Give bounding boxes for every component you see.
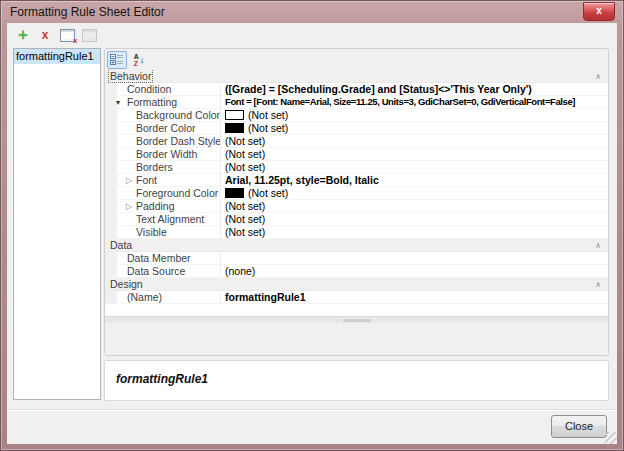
property-row-border-width[interactable]: Border Width (Not set) bbox=[105, 148, 608, 161]
collapsed-arrow-icon[interactable]: ▷ bbox=[126, 200, 132, 213]
property-row-padding[interactable]: ▷ Padding (Not set) bbox=[105, 200, 608, 213]
dialog-client-area: + x x formattingRule1 bbox=[7, 23, 617, 444]
property-value[interactable]: (Not set) bbox=[220, 161, 608, 173]
property-value[interactable] bbox=[220, 252, 608, 264]
category-label: Behavior bbox=[109, 70, 152, 82]
list-item-formattingrule1[interactable]: formattingRule1 bbox=[14, 49, 100, 64]
property-name: Formatting bbox=[105, 96, 220, 108]
property-row-visible[interactable]: Visible (Not set) bbox=[105, 226, 608, 239]
property-row-border-color[interactable]: Border Color (Not set) bbox=[105, 122, 608, 135]
rule-preview-text: formattingRule1 bbox=[116, 372, 208, 386]
property-value[interactable]: Font = [Font: Name=Arial, Size=11.25, Un… bbox=[220, 96, 608, 108]
property-name: Data Source bbox=[105, 265, 220, 277]
footer-divider bbox=[9, 409, 615, 411]
property-value[interactable]: (Not set) bbox=[220, 226, 608, 238]
property-value[interactable]: (Not set) bbox=[220, 135, 608, 147]
property-name: Visible bbox=[105, 226, 220, 238]
collapse-chevron-icon[interactable]: ∧ bbox=[595, 240, 601, 251]
property-name: Border Width bbox=[105, 148, 220, 160]
property-name: Border Color bbox=[105, 122, 220, 134]
category-row-data[interactable]: Data ∧ bbox=[105, 239, 608, 252]
property-row-data-member[interactable]: Data Member bbox=[105, 252, 608, 265]
property-value[interactable]: (Not set) bbox=[220, 109, 608, 121]
property-row-formatting[interactable]: ▾ Formatting Font = [Font: Name=Arial, S… bbox=[105, 96, 608, 109]
delete-badge-icon: x bbox=[73, 36, 77, 45]
property-row-text-alignment[interactable]: Text Alignment (Not set) bbox=[105, 213, 608, 226]
close-icon: x bbox=[596, 5, 602, 16]
property-value[interactable]: (none) bbox=[220, 265, 608, 277]
property-value-text: (Not set) bbox=[248, 109, 288, 121]
grid-empty-space bbox=[105, 304, 608, 316]
color-swatch-black bbox=[225, 123, 244, 133]
alphabetical-sort-button[interactable]: A Z ↓ bbox=[129, 51, 149, 69]
window-title: Formatting Rule Sheet Editor bbox=[10, 5, 165, 19]
property-name: Text Alignment bbox=[105, 213, 220, 225]
window-close-button[interactable]: x bbox=[583, 2, 615, 21]
az-sort-icon: A Z bbox=[134, 53, 139, 67]
description-pane bbox=[105, 323, 608, 355]
property-value[interactable]: Arial, 11.25pt, style=Bold, Italic bbox=[220, 174, 608, 186]
property-value[interactable]: ([Grade] = [Scheduling.Grade] and [Statu… bbox=[220, 83, 608, 95]
property-row-font[interactable]: ▷ Font Arial, 11.25pt, style=Bold, Itali… bbox=[105, 174, 608, 187]
property-name: Condition bbox=[105, 83, 220, 95]
resize-grip[interactable] bbox=[605, 432, 617, 444]
plus-icon: + bbox=[18, 27, 28, 43]
property-value[interactable]: (Not set) bbox=[220, 122, 608, 134]
property-value[interactable]: formattingRule1 bbox=[220, 291, 608, 303]
property-value[interactable]: (Not set) bbox=[220, 200, 608, 212]
close-button[interactable]: Close bbox=[551, 415, 607, 438]
sort-down-arrow-icon: ↓ bbox=[140, 53, 145, 67]
categorized-button[interactable] bbox=[107, 51, 127, 69]
rule-sheet-gray-icon bbox=[82, 29, 97, 42]
property-rows: Behavior ∧ Condition ([Grade] = [Schedul… bbox=[105, 70, 608, 355]
description-splitter[interactable] bbox=[105, 316, 608, 323]
property-row-condition[interactable]: Condition ([Grade] = [Scheduling.Grade] … bbox=[105, 83, 608, 96]
category-row-design[interactable]: Design ∧ bbox=[105, 278, 608, 291]
splitter-grip bbox=[343, 319, 371, 322]
title-bar[interactable]: Formatting Rule Sheet Editor x bbox=[1, 1, 623, 23]
property-name: Borders bbox=[105, 161, 220, 173]
property-row-borders[interactable]: Borders (Not set) bbox=[105, 161, 608, 174]
property-name: Foreground Color bbox=[105, 187, 220, 199]
property-row-foreground-color[interactable]: Foreground Color (Not set) bbox=[105, 187, 608, 200]
category-label: Data bbox=[109, 239, 133, 251]
collapse-chevron-icon[interactable]: ∧ bbox=[595, 279, 601, 290]
property-value-text: (Not set) bbox=[248, 122, 288, 134]
collapsed-arrow-icon[interactable]: ▷ bbox=[126, 174, 132, 187]
expanded-arrow-icon[interactable]: ▾ bbox=[116, 96, 120, 109]
category-label: Design bbox=[109, 278, 144, 290]
property-row-name[interactable]: (Name) formattingRule1 bbox=[105, 291, 608, 304]
property-name: Data Member bbox=[105, 252, 220, 264]
property-value[interactable]: (Not set) bbox=[220, 148, 608, 160]
property-row-border-dash-style[interactable]: Border Dash Style (Not set) bbox=[105, 135, 608, 148]
delete-rule-button[interactable]: x bbox=[34, 26, 56, 44]
category-row-behavior[interactable]: Behavior ∧ bbox=[105, 70, 608, 83]
property-grid-toolbar: A Z ↓ bbox=[105, 49, 608, 70]
collapse-chevron-icon[interactable]: ∧ bbox=[595, 71, 601, 82]
delete-x-icon: x bbox=[42, 28, 49, 42]
rule-toolbar: + x x bbox=[12, 25, 100, 45]
property-name: Font bbox=[105, 174, 220, 186]
rule-preview-panel: formattingRule1 bbox=[104, 360, 609, 401]
property-value[interactable]: (Not set) bbox=[220, 213, 608, 225]
color-swatch-black bbox=[225, 188, 244, 198]
rule-listbox: formattingRule1 bbox=[13, 48, 101, 400]
property-row-background-color[interactable]: Background Color (Not set) bbox=[105, 109, 608, 122]
delete-rule-sheet-button[interactable]: x bbox=[56, 26, 78, 44]
property-row-data-source[interactable]: Data Source (none) bbox=[105, 265, 608, 278]
color-swatch-white bbox=[225, 110, 244, 120]
property-value[interactable]: (Not set) bbox=[220, 187, 608, 199]
property-name: Background Color bbox=[105, 109, 220, 121]
property-name: Border Dash Style bbox=[105, 135, 220, 147]
rule-sheet-icon: x bbox=[60, 29, 75, 42]
property-name: Padding bbox=[105, 200, 220, 212]
property-grid: A Z ↓ Behavior ∧ Condition ([Grade] = [S… bbox=[104, 48, 609, 356]
categorized-icon bbox=[110, 53, 124, 66]
dialog-window: Formatting Rule Sheet Editor x + x x for… bbox=[0, 0, 624, 451]
rule-sheet-options-button[interactable] bbox=[78, 26, 100, 44]
add-rule-button[interactable]: + bbox=[12, 26, 34, 44]
property-value-text: (Not set) bbox=[248, 187, 288, 199]
property-name: (Name) bbox=[105, 291, 220, 303]
